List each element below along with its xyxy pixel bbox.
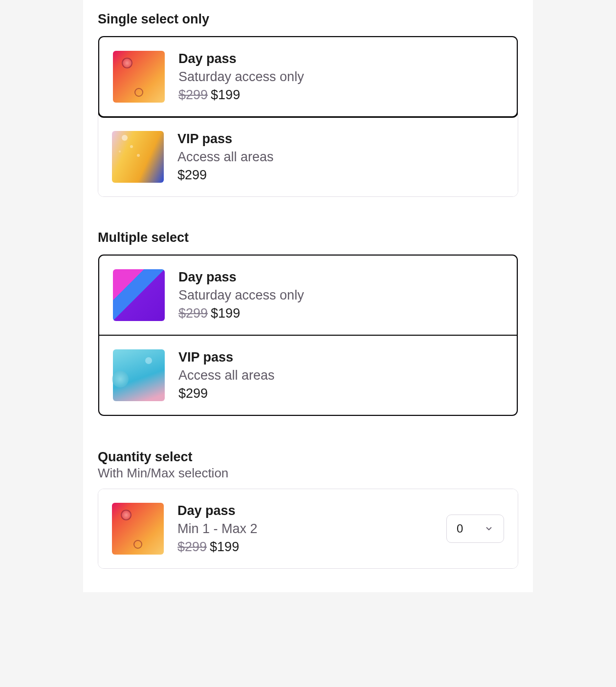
multiple-select-list: Day pass Saturday access only $299$199 V…	[98, 254, 518, 416]
option-content: Day pass Min 1 - Max 2 $299$199	[177, 503, 433, 555]
option-description: Access all areas	[177, 150, 504, 165]
section-subtitle: With Min/Max selection	[98, 466, 518, 481]
option-thumbnail	[112, 131, 164, 183]
option-title: Day pass	[178, 270, 503, 285]
section-title: Quantity select	[98, 440, 518, 465]
option-card-day-pass: Day pass Min 1 - Max 2 $299$199 0	[98, 489, 518, 568]
option-card-vip-pass[interactable]: VIP pass Access all areas $299	[98, 117, 518, 196]
option-price-current: $299	[177, 168, 207, 182]
section-multiple-select: Multiple select Day pass Saturday access…	[98, 220, 518, 416]
option-title: VIP pass	[177, 131, 504, 147]
option-description: Saturday access only	[178, 288, 503, 303]
section-single-select: Single select only Day pass Saturday acc…	[98, 0, 518, 197]
option-content: Day pass Saturday access only $299$199	[178, 270, 503, 321]
option-price: $299$199	[178, 306, 503, 321]
option-thumbnail	[112, 503, 164, 555]
main-container: Single select only Day pass Saturday acc…	[83, 0, 533, 592]
option-price-old: $299	[178, 87, 208, 102]
option-price: $299	[178, 386, 503, 401]
option-price-current: $199	[211, 306, 240, 321]
option-price-old: $299	[178, 306, 208, 321]
option-price: $299$199	[177, 539, 433, 555]
single-select-list: Day pass Saturday access only $299$199 V…	[98, 36, 518, 197]
quantity-stepper[interactable]: 0	[446, 515, 504, 543]
option-title: VIP pass	[178, 350, 503, 365]
option-title: Day pass	[178, 51, 503, 66]
option-price-current: $199	[211, 87, 240, 102]
option-price-current: $299	[178, 386, 208, 401]
option-card-day-pass[interactable]: Day pass Saturday access only $299$199	[98, 254, 518, 335]
option-description: Saturday access only	[178, 69, 503, 85]
option-card-vip-pass[interactable]: VIP pass Access all areas $299	[98, 335, 518, 416]
section-title: Multiple select	[98, 220, 518, 245]
option-content: Day pass Saturday access only $299$199	[178, 51, 503, 103]
option-price-old: $299	[177, 539, 207, 554]
option-price-current: $199	[210, 539, 239, 554]
quantity-value: 0	[457, 522, 463, 536]
option-title: Day pass	[177, 503, 433, 518]
quantity-select-list: Day pass Min 1 - Max 2 $299$199 0	[98, 489, 518, 569]
section-title: Single select only	[98, 0, 518, 27]
option-thumbnail	[113, 349, 165, 401]
option-description: Min 1 - Max 2	[177, 521, 433, 537]
option-price: $299$199	[178, 87, 503, 103]
option-content: VIP pass Access all areas $299	[177, 131, 504, 183]
option-thumbnail	[113, 269, 165, 321]
chevron-down-icon	[484, 524, 494, 534]
section-quantity-select: Quantity select With Min/Max selection D…	[98, 440, 518, 569]
option-price: $299	[177, 168, 504, 183]
option-card-day-pass[interactable]: Day pass Saturday access only $299$199	[98, 36, 518, 118]
option-thumbnail	[113, 51, 165, 103]
option-description: Access all areas	[178, 368, 503, 383]
option-content: VIP pass Access all areas $299	[178, 350, 503, 401]
